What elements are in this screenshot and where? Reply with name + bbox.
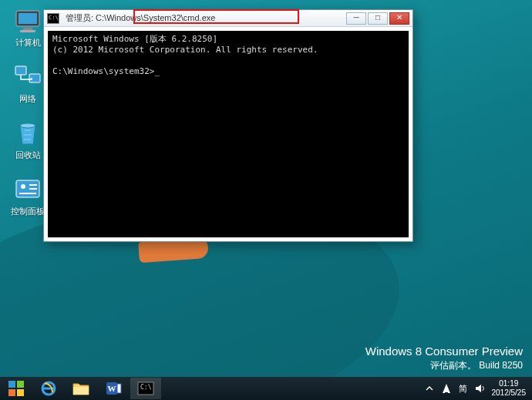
- svg-text:C:\: C:\: [140, 384, 152, 391]
- taskbar: W C:\ 简 01:19 2012/5/25: [0, 377, 532, 400]
- maximize-button[interactable]: □: [368, 12, 388, 25]
- svg-rect-17: [73, 387, 89, 395]
- recycle-bin-icon: [13, 119, 42, 148]
- computer-icon: [13, 6, 42, 35]
- clock-date: 2012/5/25: [492, 388, 527, 398]
- clock-time: 01:19: [492, 379, 527, 388]
- svg-rect-3: [20, 30, 35, 32]
- minimize-button[interactable]: ─: [346, 12, 366, 25]
- svg-rect-11: [19, 193, 36, 194]
- svg-rect-12: [8, 381, 15, 388]
- svg-rect-13: [17, 381, 24, 388]
- watermark: Windows 8 Consumer Preview 评估副本。 Build 8…: [365, 345, 523, 372]
- svg-rect-9: [29, 184, 37, 186]
- taskbar-word[interactable]: W: [98, 378, 129, 399]
- titlebar[interactable]: 管理员: C:\Windows\System32\cmd.exe ─ □ ✕: [44, 10, 412, 27]
- close-button[interactable]: ✕: [389, 12, 409, 25]
- console-prompt: C:\Windows\system32>: [52, 66, 154, 76]
- cursor: _: [154, 66, 160, 76]
- svg-rect-5: [29, 74, 40, 82]
- svg-rect-1: [19, 13, 37, 24]
- console-line: Microsoft Windows [版本 6.2.8250]: [52, 34, 217, 44]
- console-output[interactable]: Microsoft Windows [版本 6.2.8250] (c) 2012…: [48, 31, 409, 237]
- window-title: 管理员: C:\Windows\System32\cmd.exe: [62, 12, 218, 24]
- clock[interactable]: 01:19 2012/5/25: [492, 379, 527, 398]
- svg-rect-2: [23, 28, 32, 30]
- system-tray: 简 01:19 2012/5/25: [421, 379, 533, 398]
- svg-rect-15: [17, 389, 24, 396]
- ime-indicator[interactable]: 简: [457, 382, 470, 395]
- svg-rect-4: [15, 66, 26, 75]
- taskbar-ie[interactable]: [33, 378, 64, 399]
- svg-rect-14: [8, 389, 15, 396]
- network-icon: [13, 62, 42, 92]
- taskbar-cmd[interactable]: C:\: [130, 378, 161, 399]
- desktop: 计算机 网络 回收站 控制面板 管理员: C:\Windows\System32…: [0, 0, 532, 400]
- volume-icon[interactable]: [474, 382, 487, 395]
- cmd-window: 管理员: C:\Windows\System32\cmd.exe ─ □ ✕ M…: [43, 9, 413, 242]
- start-button[interactable]: [1, 378, 32, 399]
- control-panel-icon: [13, 175, 42, 204]
- action-center-icon[interactable]: [440, 382, 453, 395]
- taskbar-explorer[interactable]: [66, 378, 96, 399]
- svg-text:W: W: [108, 384, 116, 393]
- svg-point-6: [20, 123, 35, 128]
- watermark-line2: 评估副本。 Build 8250: [365, 359, 523, 372]
- svg-rect-20: [117, 384, 121, 393]
- cmd-title-icon: [47, 13, 59, 24]
- console-line: (c) 2012 Microsoft Corporation. All righ…: [52, 45, 318, 55]
- watermark-line1: Windows 8 Consumer Preview: [365, 345, 523, 358]
- tray-chevron-up-icon[interactable]: [423, 382, 436, 395]
- svg-rect-10: [29, 188, 37, 190]
- svg-point-8: [21, 184, 25, 189]
